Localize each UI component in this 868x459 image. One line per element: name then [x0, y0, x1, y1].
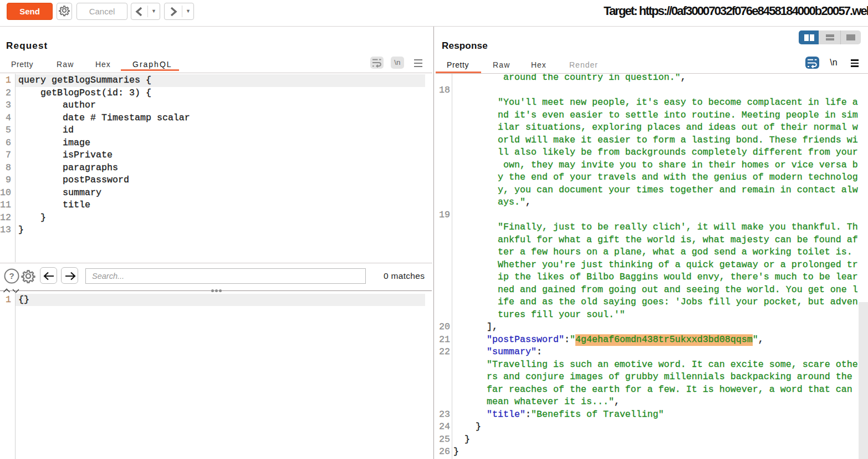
svg-text:?: ?	[9, 271, 14, 280]
